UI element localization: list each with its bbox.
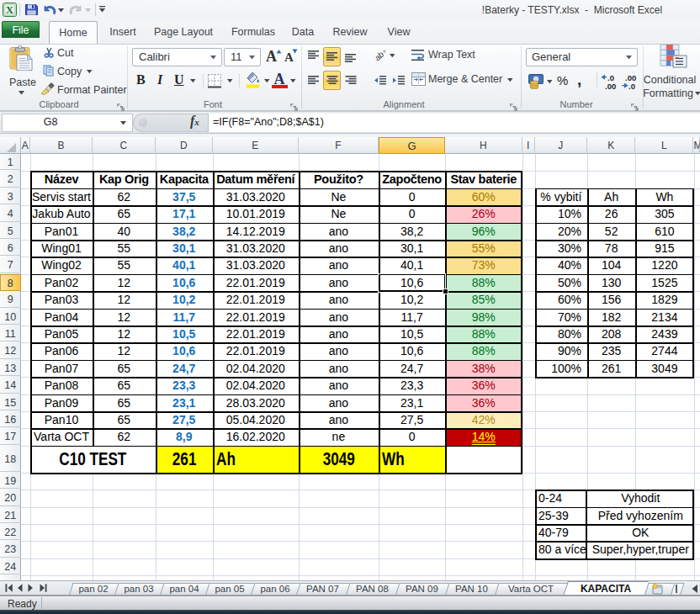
svg-text:.0: .0 xyxy=(628,82,635,90)
svg-text:X: X xyxy=(6,3,14,16)
svg-text:.00: .00 xyxy=(605,82,616,90)
